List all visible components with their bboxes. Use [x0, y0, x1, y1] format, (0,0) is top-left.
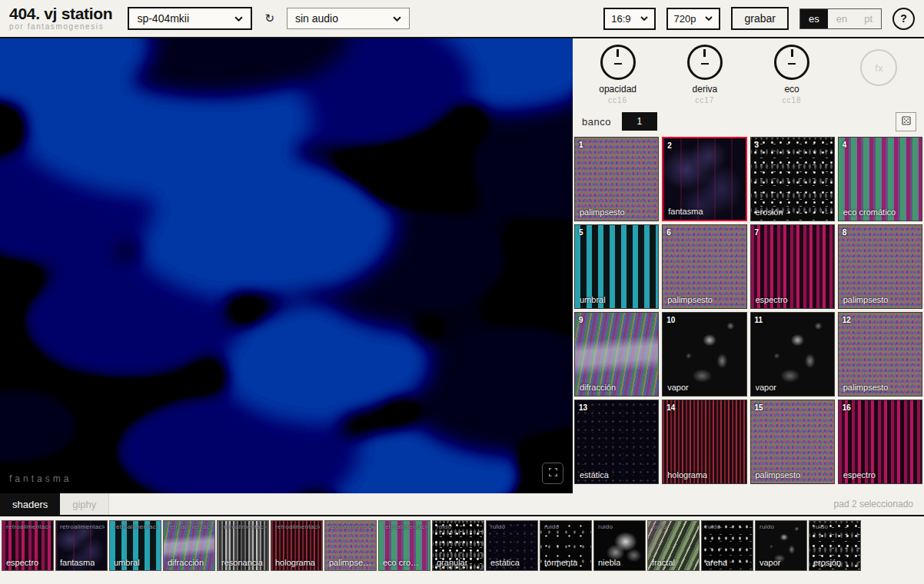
- pad-label: fantasma: [668, 207, 703, 216]
- pad-6[interactable]: 6palimpsesto: [662, 224, 746, 309]
- fullscreen-button[interactable]: [542, 463, 563, 484]
- chevron-down-icon: [705, 16, 713, 21]
- library-item-niebla[interactable]: ruidoniebla: [593, 520, 646, 571]
- pad-1[interactable]: 1palimpsesto: [574, 137, 659, 221]
- pad-label: palimpsesto: [843, 383, 889, 392]
- pad-number: 14: [666, 403, 675, 412]
- library-item-arena[interactable]: ruidoarena: [701, 520, 753, 571]
- library-item-estatica[interactable]: ruidoestática: [486, 520, 538, 571]
- library-item-granular[interactable]: ruidogranular: [432, 520, 484, 571]
- pad-9[interactable]: 9difracción: [574, 312, 659, 397]
- library-item-difraccion[interactable]: retroalimentacióndifracción: [163, 520, 215, 571]
- library-item-label: estática: [490, 558, 520, 567]
- preview-shader-label: fantasma: [9, 473, 71, 484]
- pad-8[interactable]: 8palimpsesto: [838, 224, 922, 309]
- pad-7[interactable]: 7espectro: [750, 224, 835, 309]
- library-item-category: ruido: [437, 523, 451, 530]
- library-item-resonancia[interactable]: retroalimentaciónresonancia: [217, 520, 269, 571]
- library-item-vapor[interactable]: ruidovapor: [755, 520, 807, 571]
- knob-label: eco: [784, 84, 799, 95]
- knob-cc-label: cc18: [783, 96, 802, 105]
- refresh-button[interactable]: ↻: [263, 10, 276, 27]
- pad-label: vapor: [667, 383, 689, 392]
- knob-eco[interactable]: [774, 45, 809, 80]
- pad-2[interactable]: 2fantasma: [662, 137, 746, 221]
- record-button[interactable]: grabar: [731, 7, 788, 30]
- knob-opacidad[interactable]: [600, 45, 636, 80]
- library-item-category: ruido: [652, 523, 666, 530]
- bank-1-button[interactable]: 1: [622, 112, 657, 131]
- pad-16[interactable]: 16espectro: [838, 400, 922, 484]
- tab-giphy[interactable]: giphy: [60, 493, 109, 515]
- pad-11[interactable]: 11vapor: [750, 312, 835, 397]
- library-item-category: ruido: [490, 523, 505, 530]
- pad-12[interactable]: 12palimpsesto: [838, 312, 922, 397]
- library-tab-bar: shaders giphy pad 2 seleccionado: [0, 493, 924, 516]
- library-item-tormenta[interactable]: ruidotormenta: [540, 520, 592, 571]
- library-item-category: retroalimentación: [6, 523, 51, 530]
- randomize-button[interactable]: [896, 112, 916, 131]
- tab-shaders[interactable]: shaders: [0, 493, 60, 515]
- fullscreen-icon: [548, 466, 558, 480]
- pad-label: umbral: [580, 295, 606, 304]
- library-item-fantasma[interactable]: retroalimentaciónfantasma: [55, 520, 108, 571]
- library-item-umbral[interactable]: retroalimentaciónumbral: [109, 520, 161, 571]
- audio-source-value: sin audio: [295, 12, 338, 25]
- chevron-down-icon: [234, 16, 243, 22]
- library-item-fractal[interactable]: ruidofractal: [647, 520, 700, 571]
- library-item-espectro[interactable]: retroalimentaciónespectro: [2, 520, 54, 571]
- lang-option-es[interactable]: es: [800, 9, 828, 28]
- app-subtitle: por fantasmogenesis: [9, 23, 112, 32]
- pad-10[interactable]: 10vapor: [662, 312, 746, 397]
- lang-option-en[interactable]: en: [828, 9, 856, 28]
- library-item-label: fantasma: [60, 558, 95, 567]
- library-item-category: retroalimentación: [221, 523, 266, 530]
- library-item-label: difracción: [168, 558, 204, 567]
- top-bar: 404. vj station por fantasmogenesis sp-4…: [0, 0, 924, 38]
- knob-cc-label: cc16: [608, 96, 627, 105]
- pad-13[interactable]: 13estática: [574, 400, 659, 484]
- aspect-ratio-value: 16:9: [611, 13, 630, 25]
- library-item-category: ruido: [813, 523, 828, 530]
- help-button[interactable]: ?: [892, 8, 915, 30]
- library-item-holograma[interactable]: retroalimentaciónholograma: [271, 520, 323, 571]
- chevron-down-icon: [393, 16, 401, 22]
- library-item-category: ruido: [706, 523, 720, 530]
- language-toggle: es en pt: [799, 8, 882, 29]
- resolution-select[interactable]: 720p: [666, 8, 721, 30]
- midi-device-select[interactable]: sp-404mkii: [128, 7, 252, 30]
- pad-5[interactable]: 5umbral: [574, 224, 659, 309]
- chevron-down-icon: [640, 16, 648, 21]
- audio-source-select[interactable]: sin audio: [287, 8, 410, 29]
- pad-number: 16: [843, 403, 851, 412]
- library-item-label: umbral: [114, 558, 140, 567]
- library-item-label: fractal: [652, 558, 675, 567]
- pad-14[interactable]: 14holograma: [662, 400, 746, 484]
- library-item-label: erosión: [813, 558, 841, 567]
- pad-number: 2: [667, 141, 672, 150]
- pad-label: estática: [580, 470, 609, 479]
- pad-number: 15: [755, 403, 763, 412]
- library-item-label: tormenta: [544, 558, 577, 567]
- pad-4[interactable]: 4eco cromático: [838, 137, 922, 221]
- resolution-value: 720p: [674, 13, 696, 25]
- knob-label: deriva: [693, 84, 718, 95]
- library-item-palimpsesto[interactable]: retroalimentaciónpalimpsesto: [324, 520, 377, 571]
- library-item-label: vapor: [759, 558, 781, 567]
- library-item-category: ruido: [544, 523, 559, 530]
- fx-button[interactable]: fx: [860, 49, 897, 86]
- library-item-category: retroalimentación: [275, 523, 320, 530]
- knob-deriva[interactable]: [687, 45, 723, 80]
- library-item-category: retroalimentación: [329, 523, 374, 530]
- aspect-ratio-select[interactable]: 16:9: [603, 8, 655, 30]
- library-item-label: granular: [437, 558, 467, 567]
- lang-option-pt[interactable]: pt: [856, 9, 881, 28]
- library-item-category: retroalimentación: [383, 523, 427, 530]
- pad-3[interactable]: 3erosión: [750, 137, 835, 221]
- pad-label: difracción: [580, 383, 616, 392]
- status-text: pad 2 seleccionado: [834, 493, 924, 515]
- library-item-ecocromatico[interactable]: retroalimentacióneco cromático: [378, 520, 430, 571]
- library-item-erosion[interactable]: ruidoerosión: [809, 520, 861, 571]
- pad-15[interactable]: 15palimpsesto: [750, 400, 835, 484]
- pad-number: 10: [666, 316, 675, 324]
